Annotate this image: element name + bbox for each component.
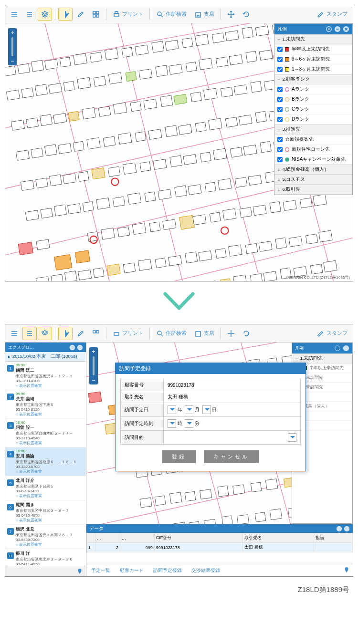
- menu-icon[interactable]: [7, 8, 21, 21]
- legend-check[interactable]: [277, 57, 283, 62]
- legend-check[interactable]: [277, 87, 283, 92]
- register-button[interactable]: 登録: [162, 450, 196, 463]
- legend-check[interactable]: [277, 157, 283, 162]
- legend-check[interactable]: [277, 67, 283, 72]
- legend-item[interactable]: 3～6ヶ月未訪問先: [274, 54, 352, 64]
- legend-item[interactable]: Aランク: [274, 84, 352, 94]
- legend-section-1[interactable]: −1.未訪問先: [292, 353, 352, 364]
- col-header[interactable]: CIF番号: [154, 533, 243, 543]
- zoom-out-icon[interactable]: −: [11, 58, 14, 64]
- legend-item[interactable]: 半年以上未訪問先: [274, 44, 352, 54]
- grid-icon[interactable]: [89, 8, 103, 21]
- stamp-button[interactable]: スタンプ: [314, 327, 351, 340]
- move-icon[interactable]: [224, 327, 238, 340]
- layers-icon[interactable]: [38, 8, 52, 21]
- legend-section-6[interactable]: +6.取引先: [274, 185, 352, 195]
- purpose-select[interactable]: [288, 433, 296, 442]
- close-icon[interactable]: [343, 345, 349, 352]
- col-header[interactable]: …: [120, 533, 155, 543]
- legend-section-1[interactable]: −1.未訪問先: [274, 34, 352, 44]
- col-header[interactable]: 取引先名: [243, 533, 314, 543]
- legend-item[interactable]: ☆新規提案先: [274, 135, 352, 145]
- legend-check[interactable]: [277, 117, 283, 122]
- explorer-route[interactable]: ▸ 2015/10/02 本店 二郎 (1006a): [5, 352, 86, 362]
- legend-check[interactable]: [277, 137, 283, 142]
- month-select[interactable]: [185, 405, 193, 414]
- year-select[interactable]: [168, 405, 176, 414]
- hour-select[interactable]: [168, 419, 176, 428]
- legend-section-5[interactable]: +5.コスモス: [274, 175, 352, 185]
- legend-item[interactable]: NISAキャンペーン対象先: [274, 155, 352, 165]
- menu-icon[interactable]: [7, 327, 21, 340]
- close-icon[interactable]: [343, 26, 349, 32]
- zoom-in-icon[interactable]: +: [92, 348, 95, 355]
- print-button[interactable]: プリント: [109, 8, 147, 21]
- list-icon[interactable]: [22, 327, 37, 340]
- gear-icon[interactable]: [326, 26, 332, 32]
- legend-section-3[interactable]: −3.推進先: [274, 125, 352, 135]
- print-button[interactable]: プリント: [109, 327, 147, 340]
- location-icon[interactable]: [58, 327, 73, 340]
- zoom-control[interactable]: + −: [8, 28, 17, 65]
- list-item[interactable]: 199:99鶴岡 洸二東京都世田谷区奥沢４－１２－１03-3793-0300○ …: [5, 362, 86, 390]
- pin-icon[interactable]: [343, 567, 350, 573]
- minute-select[interactable]: [185, 419, 193, 428]
- list-item[interactable]: 6尾関 開き東京都目黒区中目黒３－８－７03-0410-4950○ 表示位置確実: [5, 500, 86, 525]
- legend-item[interactable]: 新規住宅ローン先: [274, 145, 352, 155]
- tab-visit-register[interactable]: 訪問予定登録: [151, 566, 184, 575]
- list-item[interactable]: 310:00阿曽 設一東京都目黒区自由本町５－７７－03-3710-4940○ …: [5, 419, 86, 447]
- grid-icon[interactable]: [89, 327, 103, 340]
- col-header[interactable]: …: [95, 533, 120, 543]
- list-item[interactable]: 7横沢 北見東京都世田谷区代々木岡２６－３03-5439-7200○ 表示位置確…: [5, 525, 86, 549]
- legend-check[interactable]: [277, 97, 283, 102]
- tab-negotiation-result[interactable]: 交渉結果登録: [190, 566, 222, 575]
- address-search-button[interactable]: 住所検索: [153, 327, 190, 340]
- minimize-icon[interactable]: [336, 526, 342, 532]
- list-item[interactable]: 5北川 洋介東京都目黒区下目黒５03-0-13-3430○ 表示位置確実: [5, 476, 86, 500]
- close-icon[interactable]: [344, 526, 350, 532]
- branch-button[interactable]: 支店: [191, 8, 218, 21]
- list-item[interactable]: 299:99荒井 圭靖東京都世田谷区下馬５03-5410-0120○ 表示位置確…: [5, 390, 86, 419]
- col-header[interactable]: 担当: [314, 533, 352, 543]
- location-icon[interactable]: [58, 8, 73, 21]
- cancel-button[interactable]: キャンセル: [204, 450, 259, 463]
- minimize-icon[interactable]: [334, 26, 341, 32]
- refresh-icon[interactable]: [239, 8, 253, 21]
- explorer-list[interactable]: 199:99鶴岡 洸二東京都世田谷区奥沢４－１２－１03-3793-0300○ …: [5, 362, 86, 576]
- pin-icon[interactable]: [76, 568, 83, 575]
- zoom-slider[interactable]: [93, 356, 95, 375]
- pencil-icon[interactable]: [74, 8, 88, 21]
- legend-item[interactable]: Cランク: [274, 104, 352, 114]
- legend-item[interactable]: Bランク: [274, 94, 352, 104]
- legend-section-4[interactable]: +4.総預金残高（個人）: [274, 165, 352, 175]
- gear-icon[interactable]: [334, 345, 341, 352]
- tab-schedule-list[interactable]: 予定一覧: [89, 566, 112, 575]
- legend-section-2[interactable]: −2.顧客ランク: [274, 74, 352, 84]
- zoom-in-icon[interactable]: +: [11, 29, 14, 36]
- day-select[interactable]: [202, 405, 211, 414]
- zoom-slider[interactable]: [11, 37, 13, 56]
- address-search-button[interactable]: 住所検索: [153, 8, 190, 21]
- layers-icon[interactable]: [38, 327, 52, 340]
- legend-check[interactable]: [277, 147, 283, 152]
- svg-rect-52: [216, 57, 228, 67]
- svg-rect-45: [108, 73, 122, 84]
- minimize-icon[interactable]: [69, 344, 75, 351]
- legend-item[interactable]: 1～3ヶ月未訪問先: [274, 64, 352, 74]
- stamp-button[interactable]: スタンプ: [314, 8, 351, 21]
- branch-button[interactable]: 支店: [191, 327, 218, 340]
- legend-item[interactable]: Dランク: [274, 114, 352, 125]
- list-icon[interactable]: [22, 8, 37, 21]
- refresh-icon[interactable]: [239, 327, 253, 340]
- move-icon[interactable]: [224, 8, 238, 21]
- zoom-control[interactable]: + −: [89, 347, 98, 384]
- table-row[interactable]: 1 2 999 9991023178 太田 種橋: [87, 543, 353, 552]
- svg-rect-90: [195, 122, 206, 132]
- tab-customer-card[interactable]: 顧客カード: [118, 566, 146, 575]
- pencil-icon[interactable]: [74, 327, 88, 340]
- zoom-out-icon[interactable]: −: [92, 377, 95, 384]
- legend-check[interactable]: [277, 47, 283, 52]
- close-icon[interactable]: [77, 344, 83, 351]
- legend-check[interactable]: [277, 107, 283, 112]
- list-item[interactable]: 410:00安川 義論東京都世田谷区松原６ －１６－１03-3320-6700○…: [5, 447, 86, 476]
